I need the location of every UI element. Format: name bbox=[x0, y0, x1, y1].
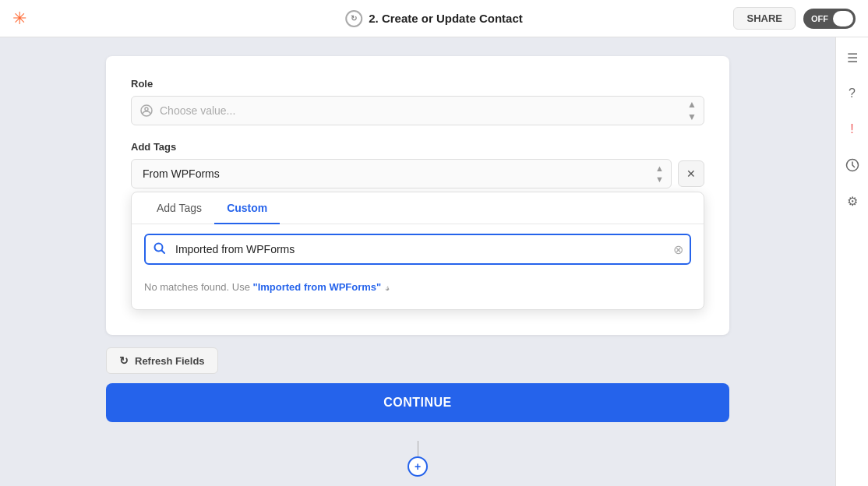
role-icon bbox=[139, 103, 154, 118]
refresh-label: Refresh Fields bbox=[135, 355, 205, 367]
use-label: Use bbox=[232, 281, 250, 293]
refresh-icon: ↻ bbox=[119, 354, 129, 367]
main-layout: Role Choose value... ▲ ▼ bbox=[0, 37, 868, 486]
add-tags-row: From WPForms ▲ ▼ ✕ bbox=[131, 159, 704, 188]
svg-line-3 bbox=[162, 250, 165, 253]
continue-button[interactable]: CONTINUE bbox=[106, 383, 729, 422]
step-icon: ↻ bbox=[345, 10, 362, 27]
no-matches-message: No matches found. Use "Imported from WPF… bbox=[132, 274, 704, 309]
role-select[interactable]: Choose value... bbox=[131, 96, 704, 125]
bottom-area: ↻ Refresh Fields CONTINUE bbox=[106, 335, 729, 435]
header-title: ↻ 2. Create or Update Contact bbox=[345, 10, 523, 27]
svg-point-1 bbox=[145, 107, 148, 111]
cursor: 𝓈 bbox=[386, 280, 390, 294]
tab-custom[interactable]: Custom bbox=[214, 192, 280, 224]
center-content: Role Choose value... ▲ ▼ bbox=[0, 37, 835, 486]
menu-icon[interactable]: ☰ bbox=[842, 47, 863, 69]
role-field: Role Choose value... ▲ ▼ bbox=[131, 78, 704, 125]
role-select-wrapper: Choose value... ▲ ▼ bbox=[131, 96, 704, 125]
add-step-button[interactable]: + bbox=[408, 456, 428, 477]
add-tags-label: Add Tags bbox=[131, 141, 704, 153]
refresh-fields-button[interactable]: ↻ Refresh Fields bbox=[106, 347, 218, 374]
tag-search-input[interactable] bbox=[144, 234, 691, 265]
search-icon bbox=[153, 242, 166, 257]
dropdown-panel: Add Tags Custom ⊗ bbox=[131, 192, 704, 310]
app-logo[interactable]: ✳ bbox=[12, 9, 26, 29]
search-input-wrapper: ⊗ bbox=[144, 234, 691, 265]
role-placeholder: Choose value... bbox=[160, 104, 235, 117]
add-tags-field: Add Tags From WPForms ▲ ▼ ✕ bbox=[131, 141, 704, 310]
share-button[interactable]: SHARE bbox=[733, 7, 796, 30]
dropdown-tabs: Add Tags Custom bbox=[132, 192, 704, 224]
connector-line bbox=[418, 441, 418, 456]
alert-icon[interactable]: ! bbox=[842, 118, 863, 140]
help-icon[interactable]: ? bbox=[842, 83, 863, 104]
role-chevron: ▲ ▼ bbox=[687, 99, 697, 122]
dropdown-search: ⊗ bbox=[132, 224, 704, 274]
role-label: Role bbox=[131, 78, 704, 90]
toggle-switch[interactable]: OFF bbox=[803, 9, 856, 29]
main-card: Role Choose value... ▲ ▼ bbox=[106, 56, 729, 335]
right-sidebar: ☰ ? ! ⚙ bbox=[835, 37, 868, 486]
no-matches-text: No matches found. bbox=[144, 281, 229, 293]
bottom-connector: + bbox=[408, 435, 428, 483]
clock-icon[interactable] bbox=[842, 154, 863, 176]
tags-select[interactable]: From WPForms bbox=[131, 159, 672, 188]
toggle-label: OFF bbox=[811, 14, 828, 23]
remove-tag-button[interactable]: ✕ bbox=[678, 160, 704, 187]
header: ✳ ↻ 2. Create or Update Contact SHARE OF… bbox=[0, 0, 868, 37]
tab-add-tags[interactable]: Add Tags bbox=[144, 192, 214, 224]
tags-select-wrapper: From WPForms ▲ ▼ bbox=[131, 159, 672, 188]
toggle-thumb bbox=[833, 11, 853, 26]
search-clear-button[interactable]: ⊗ bbox=[673, 242, 683, 257]
header-actions: SHARE OFF bbox=[733, 7, 856, 30]
page-title: 2. Create or Update Contact bbox=[369, 12, 523, 25]
settings-icon[interactable]: ⚙ bbox=[842, 190, 863, 212]
tags-value: From WPForms bbox=[143, 167, 220, 180]
use-tag-link[interactable]: "Imported from WPForms" bbox=[253, 281, 382, 293]
